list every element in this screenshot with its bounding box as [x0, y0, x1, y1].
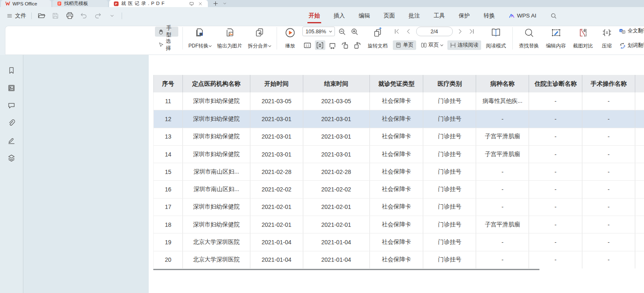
- select-tool-button[interactable]: 选择: [155, 40, 178, 50]
- table-cell: 北京大学深圳医院: [183, 251, 250, 268]
- actual-size-button[interactable]: 1:1: [302, 40, 313, 50]
- fit-page-button[interactable]: [327, 40, 338, 50]
- zoom-level-combo[interactable]: 105.88%: [302, 27, 335, 36]
- last-page-button[interactable]: [468, 27, 476, 36]
- save-button[interactable]: [51, 11, 60, 20]
- page-indicator-input[interactable]: 2/4: [416, 27, 453, 36]
- table-row[interactable]: 14深圳市妇幼保健院2021-03-012021-03-01社会保障卡门诊挂号子…: [153, 145, 644, 163]
- ribbon-tab-protect[interactable]: 保护: [458, 11, 470, 20]
- table-cell: 社会保障卡: [370, 92, 424, 110]
- tab-list-chevron-icon[interactable]: [222, 1, 227, 6]
- table-cell: [635, 92, 644, 110]
- ribbon-tab-comment[interactable]: 批注: [408, 11, 420, 20]
- pdf-page[interactable]: 序号定点医药机构名称开始时间结束时间就诊凭证类型医疗类别病种名称住院主诊断名称手…: [149, 55, 644, 293]
- table-cell: [635, 233, 644, 251]
- screenshot-compare-button[interactable]: 截图对比: [571, 26, 595, 50]
- find-replace-icon: [524, 27, 534, 38]
- tab-close-icon[interactable]: [197, 1, 204, 7]
- table-row[interactable]: 16深圳市南山区妇...2021-02-022021-02-02社会保障卡门诊挂…: [153, 180, 644, 198]
- wps-ai-label: WPS AI: [517, 12, 537, 19]
- ribbon-tab-edit[interactable]: 编辑: [358, 11, 370, 20]
- new-tab-button[interactable]: [213, 1, 218, 6]
- ribbon-tab-home[interactable]: 开始: [308, 11, 320, 20]
- menu-search-icon[interactable]: [550, 12, 557, 20]
- next-page-button[interactable]: [456, 27, 464, 36]
- ribbon-tab-insert[interactable]: 插入: [333, 11, 345, 20]
- layers-panel-icon[interactable]: [6, 152, 17, 163]
- docer-icon: [57, 1, 62, 6]
- compress-button[interactable]: 压缩: [598, 26, 616, 50]
- continuous-read-button[interactable]: 连续阅读: [447, 40, 481, 50]
- play-button[interactable]: 播放: [281, 26, 300, 50]
- bookmark-panel-icon[interactable]: [6, 65, 17, 76]
- table-row[interactable]: 11深圳市妇幼保健院2021-03-052021-03-05社会保障卡门诊挂号病…: [153, 92, 644, 110]
- undo-button[interactable]: [79, 11, 88, 20]
- double-page-icon: [421, 42, 427, 48]
- zoom-in-button[interactable]: [349, 27, 360, 36]
- table-cell: 社会保障卡: [370, 181, 424, 198]
- table-cell: -: [582, 92, 635, 110]
- export-image-label: 输出为图片: [217, 42, 242, 50]
- redo-button[interactable]: [93, 11, 102, 20]
- table-row[interactable]: 15深圳市南山区妇...2021-02-282021-02-28社会保障卡门诊挂…: [153, 163, 644, 180]
- rotate-document-button[interactable]: 旋转文档: [366, 26, 390, 50]
- table-row[interactable]: 17深圳市妇幼保健院2021-02-012021-02-01社会保障卡门诊挂号-…: [153, 198, 644, 216]
- export-image-button[interactable]: 输出为图片: [216, 26, 244, 50]
- table-row[interactable]: 13深圳市妇幼保健院2021-03-012021-03-01社会保障卡门诊挂号子…: [153, 128, 644, 145]
- tab-docer-templates[interactable]: 找稻壳模板: [52, 0, 108, 7]
- open-file-button[interactable]: [37, 11, 46, 20]
- table-cell: 社会保障卡: [370, 146, 424, 163]
- ribbon-tab-page[interactable]: 页面: [383, 11, 395, 20]
- compress-label: 压缩: [602, 42, 612, 50]
- book-icon: [490, 27, 502, 38]
- fit-width-button[interactable]: [315, 40, 325, 50]
- table-cell: 16: [154, 181, 183, 198]
- find-replace-button[interactable]: 查找替换: [517, 26, 541, 50]
- table-cell: 门诊挂号: [423, 251, 476, 268]
- read-mode-button[interactable]: 阅读模式: [484, 26, 508, 50]
- tab-window-icon[interactable]: [188, 1, 195, 7]
- table-cell: 19: [154, 233, 183, 251]
- svg-text:P: P: [115, 2, 117, 5]
- quickbar-chevron-icon[interactable]: [107, 11, 117, 20]
- table-cell: 11: [154, 92, 183, 110]
- table-cell: 2021-03-01: [303, 146, 370, 163]
- double-page-button[interactable]: 双页: [418, 40, 445, 50]
- rotate-right-button[interactable]: [352, 40, 363, 50]
- pdf-convert-button[interactable]: W PDF转换: [187, 26, 213, 50]
- table-cell: 2021-02-28: [303, 163, 370, 180]
- table-row[interactable]: 18深圳市妇幼保健院2021-02-012021-02-01社会保障卡门诊挂号子…: [153, 216, 644, 233]
- thumbnail-panel-icon[interactable]: [6, 82, 17, 93]
- file-menu[interactable]: 文件: [7, 12, 26, 20]
- table-cell: 2021-01-04: [250, 251, 303, 268]
- comment-panel-icon[interactable]: [6, 100, 17, 111]
- chevron-down-icon: [329, 29, 332, 32]
- print-button[interactable]: [65, 11, 74, 20]
- svg-text:A: A: [620, 29, 622, 32]
- table-cell: -: [529, 181, 582, 198]
- edit-content-button[interactable]: 编辑内容: [544, 26, 568, 50]
- previous-page-button[interactable]: [404, 27, 413, 36]
- hand-tool-button[interactable]: 手型: [155, 27, 178, 37]
- attachment-panel-icon[interactable]: [6, 117, 17, 128]
- single-page-button[interactable]: 单页: [393, 40, 416, 50]
- table-cell: -: [476, 251, 529, 268]
- first-page-button[interactable]: [393, 27, 401, 36]
- column-header: 开始时间: [250, 75, 303, 92]
- split-merge-button[interactable]: 拆分合并: [247, 26, 272, 50]
- tab-wps-office[interactable]: WPS Office: [1, 0, 51, 7]
- word-translate-button[interactable]: A文 划词翻译: [619, 42, 644, 49]
- table-row[interactable]: 20北京大学深圳医院2021-01-042021-01-04社会保障卡门诊挂号-…: [153, 251, 644, 268]
- rotate-left-button[interactable]: [340, 40, 350, 50]
- svg-text:1:1: 1:1: [306, 44, 310, 47]
- tab-document[interactable]: P 就医记录.PDF: [109, 0, 208, 7]
- table-row[interactable]: 12深圳市妇幼保健院2021-03-012021-03-01社会保障卡门诊挂号-…: [153, 110, 644, 127]
- ribbon-tab-convert[interactable]: 转换: [483, 11, 495, 20]
- full-translate-button[interactable]: A字 全文翻译: [619, 27, 644, 35]
- zoom-out-button[interactable]: [337, 27, 347, 36]
- table-row[interactable]: 19北京大学深圳医院2021-01-042021-01-04社会保障卡门诊挂号-…: [153, 233, 644, 251]
- ribbon-tab-wps-ai[interactable]: WPS AI: [508, 12, 537, 20]
- signature-panel-icon[interactable]: [6, 135, 17, 146]
- select-tool-label: 选择: [166, 38, 175, 52]
- ribbon-tab-tools[interactable]: 工具: [433, 11, 445, 20]
